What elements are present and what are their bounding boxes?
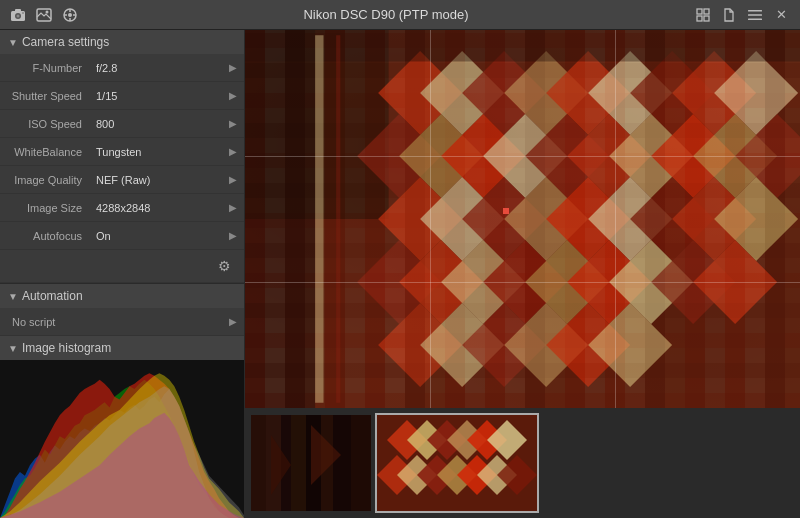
svg-rect-66 (245, 30, 315, 408)
svg-point-8 (68, 13, 72, 17)
file-icon[interactable] (718, 4, 740, 26)
svg-rect-67 (245, 30, 800, 62)
svg-point-4 (22, 12, 24, 14)
titlebar-right: ✕ (692, 4, 792, 26)
image-quality-value: NEF (Raw) (90, 174, 222, 186)
iso-speed-label: ISO Speed (0, 118, 90, 130)
svg-rect-3 (15, 9, 21, 12)
titlebar-left (8, 5, 80, 25)
svg-rect-19 (748, 18, 762, 20)
svg-rect-14 (704, 9, 709, 14)
gear-button[interactable]: ⚙ (212, 254, 236, 278)
thumbnail-item-selected[interactable] (375, 413, 539, 513)
titlebar: Nikon DSC D90 (PTP mode) ✕ (0, 0, 800, 30)
close-button[interactable]: ✕ (770, 4, 792, 26)
image-icon[interactable] (34, 5, 54, 25)
left-panel: ▼ Camera settings F-Number f/2.8 ▶ Shutt… (0, 30, 245, 518)
svg-rect-71 (251, 415, 266, 511)
automation-script-row: No script ▶ (0, 308, 244, 336)
menu-icon[interactable] (744, 4, 766, 26)
svg-rect-68 (315, 35, 323, 403)
svg-rect-15 (697, 16, 702, 21)
histogram-header[interactable]: ▼ Image histogram (0, 336, 244, 360)
automation-script-expand-icon[interactable]: ▶ (222, 316, 244, 327)
white-balance-value: Tungsten (90, 146, 222, 158)
f-number-label: F-Number (0, 62, 90, 74)
table-row: Autofocus On ▶ (0, 222, 244, 250)
image-quality-expand-icon[interactable]: ▶ (222, 174, 244, 185)
image-size-label: Image Size (0, 202, 90, 214)
svg-rect-18 (748, 14, 762, 16)
table-row: Image Quality NEF (Raw) ▶ (0, 166, 244, 194)
image-size-expand-icon[interactable]: ▶ (222, 202, 244, 213)
main-content: ▼ Camera settings F-Number f/2.8 ▶ Shutt… (0, 30, 800, 518)
table-row: F-Number f/2.8 ▶ (0, 54, 244, 82)
iso-speed-value: 800 (90, 118, 222, 130)
automation-collapse-icon: ▼ (8, 291, 18, 302)
camera-settings-table: F-Number f/2.8 ▶ Shutter Speed 1/15 ▶ IS… (0, 54, 244, 250)
camera-icon[interactable] (8, 5, 28, 25)
table-row: ISO Speed 800 ▶ (0, 110, 244, 138)
svg-rect-74 (291, 415, 306, 511)
automation-header[interactable]: ▼ Automation (0, 284, 244, 308)
iso-speed-expand-icon[interactable]: ▶ (222, 118, 244, 129)
table-row: Shutter Speed 1/15 ▶ (0, 82, 244, 110)
preview-image (245, 30, 800, 408)
svg-rect-69 (336, 35, 340, 403)
svg-rect-77 (333, 415, 351, 511)
camera-preview (245, 30, 800, 408)
autofocus-value: On (90, 230, 222, 242)
shutter-speed-label: Shutter Speed (0, 90, 90, 102)
thumbnail-item[interactable] (249, 413, 373, 513)
settings-circle-icon[interactable] (60, 5, 80, 25)
gear-row: ⚙ (0, 250, 244, 283)
svg-rect-17 (748, 10, 762, 12)
thumbnail-strip (245, 408, 800, 518)
camera-settings-header[interactable]: ▼ Camera settings (0, 30, 244, 54)
shutter-speed-expand-icon[interactable]: ▶ (222, 90, 244, 101)
grid-view-icon[interactable] (692, 4, 714, 26)
image-quality-label: Image Quality (0, 174, 90, 186)
histogram-label: Image histogram (22, 341, 111, 355)
camera-settings-collapse-icon: ▼ (8, 37, 18, 48)
histogram-canvas (0, 360, 244, 518)
automation-section: ▼ Automation No script ▶ (0, 283, 244, 336)
svg-rect-13 (697, 9, 702, 14)
autofocus-expand-icon[interactable]: ▶ (222, 230, 244, 241)
svg-point-2 (17, 14, 20, 17)
right-panel (245, 30, 800, 518)
white-balance-label: WhiteBalance (0, 146, 90, 158)
window-title: Nikon DSC D90 (PTP mode) (303, 7, 468, 22)
table-row: WhiteBalance Tungsten ▶ (0, 138, 244, 166)
white-balance-expand-icon[interactable]: ▶ (222, 146, 244, 157)
f-number-expand-icon[interactable]: ▶ (222, 62, 244, 73)
table-row: Image Size 4288x2848 ▶ (0, 194, 244, 222)
shutter-speed-value: 1/15 (90, 90, 222, 102)
histogram-section: ▼ Image histogram (0, 336, 244, 518)
histogram-collapse-icon: ▼ (8, 343, 18, 354)
svg-rect-16 (704, 16, 709, 21)
camera-settings-label: Camera settings (22, 35, 109, 49)
svg-rect-78 (351, 415, 371, 511)
autofocus-label: Autofocus (0, 230, 90, 242)
automation-script-value: No script (0, 316, 222, 328)
image-size-value: 4288x2848 (90, 202, 222, 214)
svg-point-6 (46, 10, 49, 13)
automation-label: Automation (22, 289, 83, 303)
f-number-value: f/2.8 (90, 62, 222, 74)
